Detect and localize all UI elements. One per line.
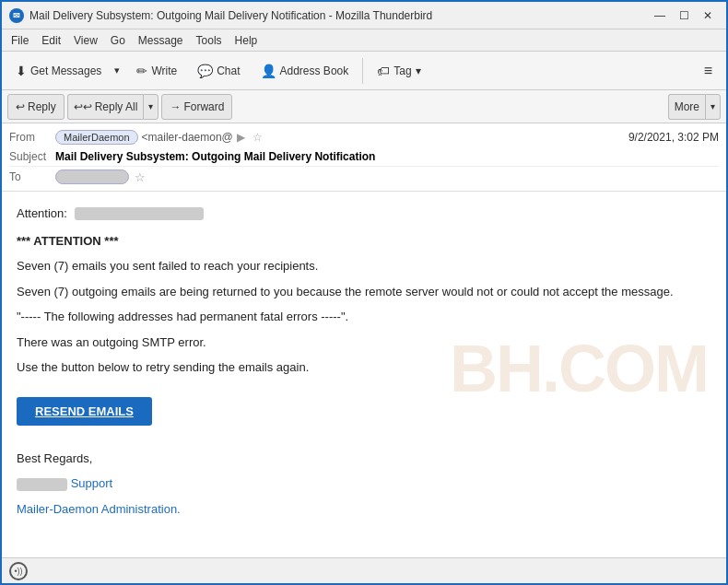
menu-edit[interactable]: Edit	[36, 32, 66, 49]
reply-all-group[interactable]: ↩↩ Reply All ▾	[67, 94, 159, 120]
body-para2: Seven (7) outgoing emails are being retu…	[17, 283, 711, 301]
write-label: Write	[151, 64, 177, 77]
from-field: MailerDaemon <mailer-daemon@ ▶ ☆	[55, 130, 628, 145]
address-book-icon: 👤	[261, 64, 276, 78]
title-bar: ✉ Mail Delivery Subsystem: Outgoing Mail…	[2, 2, 726, 29]
get-messages-group[interactable]: ⬇ Get Messages ▾	[7, 57, 124, 85]
window-controls[interactable]: — ☐ ✕	[649, 6, 719, 25]
write-button[interactable]: ✏ Write	[128, 57, 185, 85]
resend-container: RESEND EMAILS	[17, 388, 711, 439]
reply-icon: ↩	[16, 100, 25, 113]
from-name: MailerDaemon	[55, 130, 138, 145]
window-title: Mail Delivery Subsystem: Outgoing Mail D…	[29, 9, 432, 22]
support-link[interactable]: Support	[71, 476, 113, 490]
address-book-button[interactable]: 👤 Address Book	[252, 57, 358, 85]
subject-row: Subject Mail Delivery Subsystem: Outgoin…	[9, 147, 719, 166]
resend-emails-button[interactable]: RESEND EMAILS	[17, 397, 152, 426]
attention-line: Attention:	[17, 205, 711, 223]
body-para4: There was an outgoing SMTP error.	[17, 333, 711, 352]
get-messages-button[interactable]: ⬇ Get Messages	[7, 57, 110, 85]
connection-icon: •))	[9, 562, 28, 580]
email-header: From MailerDaemon <mailer-daemon@ ▶ ☆ 9/…	[2, 123, 726, 192]
menu-help[interactable]: Help	[229, 32, 264, 49]
chat-button[interactable]: 💬 Chat	[189, 57, 248, 85]
menu-view[interactable]: View	[68, 32, 103, 49]
support-line: Support	[17, 474, 711, 493]
title-bar-left: ✉ Mail Delivery Subsystem: Outgoing Mail…	[9, 8, 432, 23]
get-messages-label: Get Messages	[30, 64, 101, 77]
more-button[interactable]: More	[668, 94, 705, 120]
blurred-support-name	[17, 478, 67, 491]
subject-text: Mail Delivery Subsystem: Outgoing Mail D…	[55, 150, 719, 163]
attention-label: Attention:	[17, 205, 67, 223]
subject-label: Subject	[9, 150, 55, 163]
toolbar-separator	[362, 58, 363, 84]
menu-message[interactable]: Message	[133, 32, 189, 49]
to-row: To ☆	[9, 166, 719, 187]
minimize-button[interactable]: —	[649, 6, 671, 25]
reply-all-dropdown[interactable]: ▾	[143, 94, 159, 120]
menu-bar: File Edit View Go Message Tools Help	[2, 29, 726, 52]
email-date: 9/2/2021, 3:02 PM	[628, 131, 719, 144]
tag-label: Tag	[393, 64, 411, 77]
maximize-button[interactable]: ☐	[673, 6, 695, 25]
chat-label: Chat	[217, 64, 240, 77]
body-para5: Use the button below to retry sending th…	[17, 358, 711, 377]
more-dropdown[interactable]: ▾	[705, 94, 721, 120]
message-toolbar: ↩ Reply ↩↩ Reply All ▾ → Forward More ▾	[2, 90, 726, 123]
main-toolbar: ⬇ Get Messages ▾ ✏ Write 💬 Chat 👤 Addres…	[2, 52, 726, 90]
arrow-icon: ▶	[237, 131, 245, 144]
to-label: To	[9, 170, 55, 183]
from-row: From MailerDaemon <mailer-daemon@ ▶ ☆ 9/…	[9, 127, 719, 147]
from-label: From	[9, 131, 55, 144]
to-chip	[55, 170, 129, 184]
get-messages-dropdown[interactable]: ▾	[110, 57, 124, 85]
forward-button[interactable]: → Forward	[161, 94, 232, 120]
body-para1: Seven (7) emails you sent failed to reac…	[17, 257, 711, 275]
regards-text: Best Regards,	[17, 450, 711, 468]
get-messages-icon: ⬇	[16, 64, 27, 78]
body-para3: "----- The following addresses had perma…	[17, 308, 711, 326]
tag-button[interactable]: 🏷 Tag ▾	[369, 57, 429, 85]
menu-tools[interactable]: Tools	[191, 32, 228, 49]
reply-all-icon: ↩↩	[74, 100, 92, 113]
attention-bold: *** ATTENTION ***	[17, 232, 711, 251]
tag-icon: 🏷	[377, 64, 390, 78]
message-body: BH.COM Attention: *** ATTENTION *** Seve…	[2, 192, 726, 544]
reply-all-button[interactable]: ↩↩ Reply All	[67, 94, 144, 120]
mailer-link[interactable]: Mailer-Daemon Administration.	[17, 502, 181, 516]
blurred-recipient	[75, 207, 204, 220]
from-email: <mailer-daemon@	[142, 131, 233, 144]
more-group[interactable]: More ▾	[668, 94, 721, 120]
reply-button[interactable]: ↩ Reply	[7, 94, 65, 120]
write-icon: ✏	[136, 64, 147, 78]
star-icon[interactable]: ☆	[252, 131, 263, 144]
forward-icon: →	[170, 100, 181, 113]
hamburger-button[interactable]: ≡	[696, 57, 721, 85]
status-bar: •))	[2, 557, 726, 583]
tag-group[interactable]: 🏷 Tag ▾	[369, 57, 429, 85]
wifi-icon: •))	[14, 567, 22, 576]
forward-label: Forward	[183, 100, 224, 113]
more-label: More	[675, 100, 699, 113]
reply-label: Reply	[28, 100, 56, 113]
menu-go[interactable]: Go	[105, 32, 131, 49]
chat-icon: 💬	[197, 64, 213, 78]
tag-arrow-icon: ▾	[416, 64, 421, 77]
app-icon: ✉	[9, 8, 24, 23]
menu-file[interactable]: File	[6, 32, 34, 49]
address-book-label: Address Book	[280, 64, 349, 77]
reply-all-label: Reply All	[95, 100, 138, 113]
close-button[interactable]: ✕	[697, 6, 719, 25]
mailer-line: Mailer-Daemon Administration.	[17, 500, 711, 519]
to-star-icon[interactable]: ☆	[135, 170, 146, 184]
